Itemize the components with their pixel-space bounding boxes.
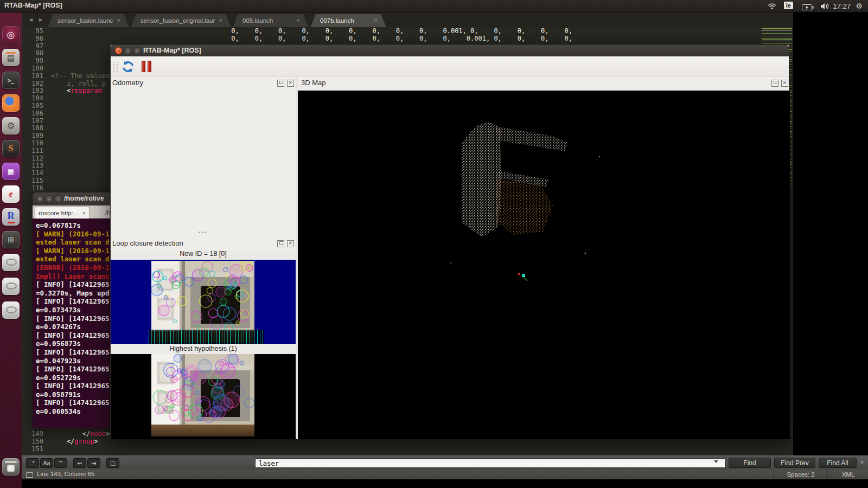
battery-icon[interactable] [802, 3, 814, 12]
tab-close-icon[interactable]: × [374, 17, 378, 24]
loop-new-id-label: New ID = 18 [0] [111, 250, 296, 260]
terminal-tab-roscore[interactable]: roscore http:... × [35, 207, 90, 219]
editor-tab-sensor_fusion.launch[interactable]: sensor_fusion.launch× [48, 14, 129, 27]
find-prev-button[interactable]: Find Prev [774, 458, 815, 468]
editor-line-95: 95 0, 0, 0, 0, 0, 0, 0, 0, 0, 0.001, 0, … [22, 28, 793, 35]
terminal-maximize-button[interactable]: ▫ [55, 195, 62, 202]
map3d-float-icon[interactable] [771, 80, 778, 87]
map3d-panel-controls [771, 80, 788, 87]
toolbar-grip[interactable] [113, 62, 118, 72]
refresh-button[interactable] [120, 59, 136, 74]
tab-close-icon[interactable]: × [219, 17, 222, 24]
pause-button[interactable] [141, 60, 153, 73]
find-toggle-2[interactable]: “” [54, 458, 67, 468]
editor-line-151: 151 [22, 445, 793, 453]
rtabmap-titlebar[interactable]: × – ▫ RTAB-Map* [ROS] [111, 45, 789, 56]
launcher-terminal[interactable]: >_ [2, 72, 20, 89]
map3d-close-icon[interactable] [781, 80, 788, 87]
loop-hypothesis-image [111, 354, 296, 439]
keyboard-layout-indicator[interactable]: le [784, 2, 793, 9]
tab-nav-forward-icon[interactable]: ▸ [39, 16, 42, 23]
panel-splitter-handle[interactable]: ••• [192, 232, 214, 235]
running-indicator [2, 215, 3, 219]
find-toggle-4[interactable]: ⇥ [87, 458, 100, 468]
running-indicator [2, 101, 3, 105]
launcher-disk-drive-3[interactable] [2, 301, 20, 319]
find-bar-close-icon[interactable]: × [860, 458, 864, 466]
file-manager-icon: ▤ [7, 54, 15, 62]
r-console-icon: R [8, 210, 15, 223]
launcher-r-console[interactable]: R [2, 208, 20, 226]
running-indicator [2, 55, 3, 60]
launcher-firefox[interactable] [2, 94, 20, 112]
launcher-sublime-text[interactable]: S [2, 140, 20, 157]
find-bar: × .*Aa“”↩⇥▢FindFind PrevFind All [22, 455, 868, 470]
launcher-workspace-switcher[interactable]: ⊞ [2, 231, 20, 248]
syntax-setting[interactable]: XML [827, 470, 868, 479]
wifi-icon[interactable] [767, 2, 777, 12]
rtabmap-minimize-button[interactable]: – [124, 47, 131, 54]
running-indicator [2, 146, 3, 151]
running-indicator [2, 169, 3, 174]
launcher-file-manager[interactable]: ▤ [2, 49, 20, 66]
find-toggle-5[interactable]: ▢ [106, 458, 119, 468]
indent-setting[interactable]: Spaces: 2 [773, 470, 828, 479]
system-menubar: RTAB-Map* [ROS] le 17:27 ⚙ [0, 0, 868, 12]
clock[interactable]: 17:27 [833, 2, 851, 10]
vim-mode-icon [26, 472, 33, 478]
tab-close-icon[interactable]: × [117, 17, 120, 24]
running-indicator [2, 192, 3, 196]
editor-tab-sensor_fusion_original.launch[interactable]: sensor_fusion_original.launch× [131, 14, 231, 27]
launcher-remote-desktop[interactable]: ▦ [2, 163, 20, 180]
launcher-document-viewer[interactable]: e [2, 185, 20, 203]
map3d-viewport[interactable] [298, 91, 790, 439]
loop-hypothesis-label: Highest hypothesis (1) [111, 344, 296, 354]
rtabmap-close-button[interactable]: × [115, 47, 122, 54]
feature-match-lines [149, 330, 264, 344]
editor-tab-007b.launch[interactable]: 007b.launch× [310, 14, 386, 27]
find-history-chevron-icon[interactable] [714, 460, 718, 463]
point-cloud [298, 91, 790, 439]
odometry-panel-title: Odometry [112, 79, 143, 89]
odometry-close-icon[interactable] [287, 80, 294, 87]
axis-marker-cyan [522, 274, 525, 277]
volume-icon[interactable] [820, 2, 830, 12]
loop-photo-fireplace [151, 354, 254, 436]
odometry-panel-controls [277, 80, 294, 87]
find-toggle-1[interactable]: Aa [40, 458, 53, 468]
rtabmap-title: RTAB-Map* [ROS] [143, 47, 201, 54]
tab-close-icon[interactable]: × [296, 17, 300, 24]
axis-marker-red [518, 273, 520, 275]
find-button[interactable]: Find [729, 458, 771, 468]
odometry-float-icon[interactable] [277, 80, 284, 87]
find-toggle-0[interactable]: .* [26, 458, 39, 468]
terminal-title: /home/rolive [64, 195, 104, 202]
running-indicator [2, 78, 3, 82]
tab-nav-back-icon[interactable]: ◂ [29, 16, 33, 23]
map3d-panel-title: 3D Map [301, 79, 326, 89]
loop-panel-title: Loop closure detection [112, 239, 183, 250]
tab-label: 007b.launch [320, 17, 354, 24]
loop-panel-controls [277, 240, 294, 247]
terminal-tab-close-icon[interactable]: × [82, 210, 86, 216]
find-input[interactable] [255, 458, 725, 468]
editor-tab-005.launch[interactable]: 005.launch× [233, 14, 309, 27]
terminal-close-button[interactable]: × [36, 195, 43, 202]
find-toggle-3[interactable]: ↩ [73, 458, 86, 468]
session-gear-icon[interactable]: ⚙ [856, 2, 863, 10]
loop-close-icon[interactable] [287, 240, 294, 247]
launcher-dash-home[interactable]: ◎ [2, 26, 20, 43]
launcher-trash[interactable] [2, 458, 20, 476]
dash-home-icon: ◎ [7, 30, 15, 40]
loop-float-icon[interactable] [277, 240, 284, 247]
feature-circles-overlay [151, 354, 254, 436]
find-all-button[interactable]: Find All [819, 458, 857, 468]
terminal-minimize-button[interactable]: – [46, 195, 53, 202]
launcher-disk-drive-1[interactable] [2, 254, 20, 271]
rtabmap-maximize-button[interactable]: ▫ [133, 47, 141, 54]
rtabmap-window: × – ▫ RTAB-Map* [ROS] Odometry ••• Loop … [110, 44, 789, 439]
system-settings-icon: ⚙ [7, 121, 15, 131]
launcher-disk-drive-2[interactable] [2, 278, 20, 295]
launcher-system-settings[interactable]: ⚙ [2, 117, 20, 134]
active-window-title: RTAB-Map* [ROS] [4, 2, 62, 9]
